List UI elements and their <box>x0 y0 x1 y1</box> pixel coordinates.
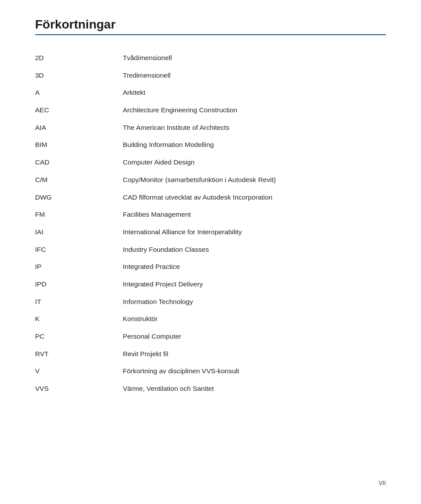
table-row: VFörkortning av disciplinen VVS-konsult <box>35 362 386 380</box>
abbreviation-term: C/M <box>35 171 123 189</box>
table-row: CADComputer Aided Design <box>35 154 386 171</box>
abbreviation-definition: Revit Projekt fil <box>123 345 386 363</box>
abbreviation-term: 3D <box>35 67 123 84</box>
table-row: ITInformation Technology <box>35 293 386 311</box>
abbreviation-term: IFC <box>35 241 123 258</box>
table-row: PCPersonal Computer <box>35 328 386 345</box>
abbreviation-definition: Architecture Engineering Construction <box>123 101 386 119</box>
abbreviation-term: CAD <box>35 154 123 171</box>
abbreviation-definition: Facilities Management <box>123 206 386 223</box>
abbreviation-definition: Information Technology <box>123 293 386 311</box>
abbreviation-definition: Värme, Ventilation och Sanitet <box>123 380 386 397</box>
abbreviation-term: V <box>35 362 123 380</box>
abbreviation-definition: Integrated Practice <box>123 258 386 275</box>
abbreviation-definition: CAD filformat utvecklat av Autodesk Inco… <box>123 189 386 206</box>
abbreviation-definition: Tredimensionell <box>123 67 386 84</box>
table-row: KKonstruktör <box>35 310 386 328</box>
page-number: VII <box>378 479 386 486</box>
abbreviation-term: PC <box>35 328 123 345</box>
table-row: AIAThe American Institute of Architects <box>35 119 386 136</box>
table-row: AECArchitecture Engineering Construction <box>35 101 386 119</box>
abbreviation-definition: Konstruktör <box>123 310 386 328</box>
table-row: FMFacilities Management <box>35 206 386 223</box>
abbreviation-term: AIA <box>35 119 123 136</box>
abbreviation-term: 2D <box>35 49 123 67</box>
abbreviations-table: 2DTvådimensionell3DTredimensionellAArkit… <box>35 49 386 397</box>
table-row: AArkitekt <box>35 84 386 101</box>
abbreviation-definition: Arkitekt <box>123 84 386 101</box>
abbreviation-term: K <box>35 310 123 328</box>
abbreviation-term: IT <box>35 293 123 311</box>
table-row: RVTRevit Projekt fil <box>35 345 386 363</box>
abbreviation-definition: Copy/Monitor (samarbetsfunktion i Autode… <box>123 171 386 189</box>
page-title: Förkortningar <box>35 18 386 32</box>
abbreviation-definition: Tvådimensionell <box>123 49 386 67</box>
abbreviation-term: IP <box>35 258 123 275</box>
abbreviation-definition: Computer Aided Design <box>123 154 386 171</box>
abbreviation-definition: Integrated Project Delivery <box>123 275 386 293</box>
abbreviation-term: DWG <box>35 189 123 206</box>
abbreviation-definition: The American Institute of Architects <box>123 119 386 136</box>
table-row: DWGCAD filformat utvecklat av Autodesk I… <box>35 189 386 206</box>
table-row: IPDIntegrated Project Delivery <box>35 275 386 293</box>
table-row: IAIInternational Alliance for Interopera… <box>35 223 386 241</box>
page-footer: VII <box>378 479 386 486</box>
table-row: IPIntegrated Practice <box>35 258 386 275</box>
abbreviation-term: A <box>35 84 123 101</box>
header-divider <box>35 34 386 35</box>
abbreviation-term: VVS <box>35 380 123 397</box>
table-row: C/MCopy/Monitor (samarbetsfunktion i Aut… <box>35 171 386 189</box>
abbreviation-term: FM <box>35 206 123 223</box>
abbreviation-definition: Industry Foundation Classes <box>123 241 386 258</box>
abbreviation-term: IPD <box>35 275 123 293</box>
table-row: BIMBuilding Information Modelling <box>35 136 386 154</box>
table-row: IFCIndustry Foundation Classes <box>35 241 386 258</box>
abbreviation-term: BIM <box>35 136 123 154</box>
abbreviation-term: IAI <box>35 223 123 241</box>
abbreviation-definition: Building Information Modelling <box>123 136 386 154</box>
abbreviation-term: AEC <box>35 101 123 119</box>
abbreviation-definition: Personal Computer <box>123 328 386 345</box>
abbreviation-definition: Förkortning av disciplinen VVS-konsult <box>123 362 386 380</box>
abbreviation-definition: International Alliance for Interoperabil… <box>123 223 386 241</box>
table-row: VVSVärme, Ventilation och Sanitet <box>35 380 386 397</box>
page-header: Förkortningar <box>35 18 386 35</box>
table-row: 3DTredimensionell <box>35 67 386 84</box>
table-row: 2DTvådimensionell <box>35 49 386 67</box>
abbreviation-term: RVT <box>35 345 123 363</box>
